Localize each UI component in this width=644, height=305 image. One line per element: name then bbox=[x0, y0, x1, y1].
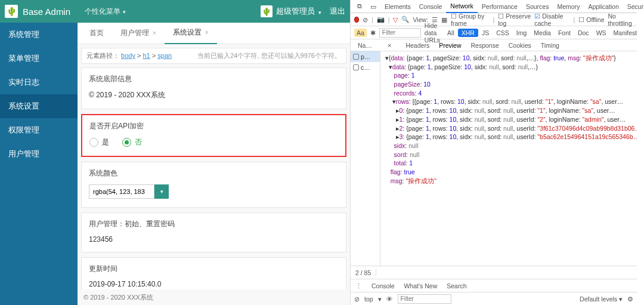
drawer-menu-icon[interactable]: ⋮ bbox=[351, 282, 367, 289]
chevron-down-icon bbox=[318, 7, 321, 16]
radio-no[interactable]: 否 bbox=[122, 137, 142, 147]
request-row[interactable]: p… bbox=[351, 51, 380, 62]
filter-type-pill[interactable]: Font bbox=[555, 29, 574, 37]
color-picker-button[interactable]: ▾ bbox=[154, 184, 169, 199]
app-window: 🌵 Base Admin 个性化菜单 🌵 超级管理员 退出 系统管理菜单管理实时… bbox=[0, 0, 351, 305]
group-by-frame-checkbox[interactable]: Group by frame bbox=[451, 13, 490, 27]
devtools-tab[interactable]: Console bbox=[415, 0, 447, 13]
drawer-tab[interactable]: Search bbox=[442, 282, 471, 289]
filter-type-pill[interactable]: CSS bbox=[493, 29, 513, 37]
section-value: © 2019 - 2020 XXX系统 bbox=[89, 90, 339, 100]
devtools-tab[interactable]: Application bbox=[584, 0, 623, 13]
section-label: 用户管理：初始、重置密码 bbox=[89, 219, 339, 229]
sidebar-item[interactable]: 用户管理 bbox=[0, 142, 78, 166]
filter-type-pill[interactable]: Media bbox=[530, 29, 555, 37]
tab[interactable]: 首页 bbox=[81, 23, 112, 44]
section-footer-info: 系统底部信息 © 2019 - 2020 XXX系统 bbox=[81, 67, 346, 109]
request-detail-tabs: Na… × HeadersPreviewResponseCookiesTimin… bbox=[351, 39, 637, 51]
offline-checkbox[interactable]: Offline bbox=[578, 16, 604, 23]
radio-icon bbox=[122, 138, 131, 147]
section-value: 2019-09-17 10:15:40.0 bbox=[89, 280, 339, 288]
console-filter-input[interactable] bbox=[398, 294, 451, 304]
request-subtab[interactable]: Cookies bbox=[504, 42, 536, 49]
char-count-hint: 当前已输入24个字符, 您还可以输入9976个字符。 bbox=[197, 51, 341, 60]
filter-type-pill[interactable]: WS bbox=[593, 29, 610, 37]
sidebar-item[interactable]: 菜单管理 bbox=[0, 47, 78, 70]
request-subtab[interactable]: Preview bbox=[434, 42, 466, 49]
sidebar-item[interactable]: 系统管理 bbox=[0, 23, 78, 47]
devtools-tab[interactable]: Elements bbox=[380, 0, 415, 13]
request-row[interactable]: c… bbox=[351, 62, 380, 73]
filter-type-pill[interactable]: XHR bbox=[458, 29, 478, 37]
request-subtab[interactable]: Timing bbox=[536, 42, 564, 49]
sidebar-item[interactable]: 权限管理 bbox=[0, 118, 78, 142]
filter-icon[interactable]: ▽ bbox=[393, 16, 398, 23]
case-sensitive-icon[interactable]: Aa bbox=[354, 29, 367, 37]
gear-icon[interactable]: ⚙ bbox=[627, 295, 633, 303]
resource-icon bbox=[353, 54, 359, 60]
close-icon[interactable]: × bbox=[205, 29, 209, 36]
drawer-tab[interactable]: Console bbox=[367, 282, 400, 289]
network-toolbar: ⊘ | 📷 | ▽ 🔍 View: ☰ ▦ Group by frame | P… bbox=[351, 13, 637, 26]
devtools-tab[interactable]: Network bbox=[446, 0, 478, 13]
search-icon[interactable]: 🔍 bbox=[401, 16, 409, 23]
close-icon[interactable]: × bbox=[383, 42, 396, 49]
path-part[interactable]: body bbox=[121, 52, 135, 59]
network-status-bar: 2 / 85 bbox=[351, 266, 637, 279]
logout-link[interactable]: 退出 bbox=[330, 6, 345, 17]
device-icon[interactable]: ▭ bbox=[366, 0, 380, 13]
app-title: Base Admin bbox=[23, 7, 70, 17]
inspect-icon[interactable]: ⧉ bbox=[353, 0, 366, 13]
network-filter-bar: Aa ✱ Hide data URLs AllXHRJSCSSImgMediaF… bbox=[351, 26, 637, 39]
response-preview[interactable]: ▾{data: {page: 1, pageSize: 10, sidx: nu… bbox=[380, 51, 637, 266]
request-subtab[interactable]: Response bbox=[466, 42, 504, 49]
request-subtab[interactable]: Headers bbox=[401, 42, 434, 49]
filter-type-pill[interactable]: Manifest bbox=[610, 29, 641, 37]
page-footer: © 2019 - 2020 XXX系统 bbox=[78, 289, 350, 305]
user-dropdown[interactable]: 🌵 超级管理员 bbox=[261, 5, 321, 17]
devtools-tabstrip: ⧉ ▭ ElementsConsoleNetworkPerformanceSou… bbox=[351, 0, 637, 13]
throttling-dropdown[interactable]: No throttling bbox=[608, 13, 633, 27]
sidebar-item[interactable]: 系统设置 bbox=[0, 94, 78, 118]
sidebar: 系统管理菜单管理实时日志系统设置权限管理用户管理 bbox=[0, 23, 78, 305]
tab[interactable]: 用户管理× bbox=[112, 23, 165, 44]
radio-yes[interactable]: 是 bbox=[89, 137, 109, 147]
close-icon[interactable]: × bbox=[153, 30, 156, 36]
section-label: 系统底部信息 bbox=[89, 74, 339, 84]
filter-type-pill[interactable]: Img bbox=[513, 29, 531, 37]
record-icon[interactable] bbox=[354, 17, 359, 23]
custom-menu-dropdown[interactable]: 个性化菜单 bbox=[85, 7, 126, 17]
section-api-encrypt: 是否开启API加密 是 否 bbox=[81, 114, 346, 157]
regex-icon[interactable]: ✱ bbox=[370, 29, 376, 36]
section-value: 123456 bbox=[89, 235, 339, 244]
sidebar-item[interactable]: 实时日志 bbox=[0, 70, 78, 94]
path-label: 元素路径： bbox=[86, 52, 119, 59]
breadcrumb-path: 元素路径： body > h1 > span 当前已输入24个字符, 您还可以输… bbox=[81, 48, 346, 64]
clear-console-icon[interactable]: ⊘ bbox=[354, 295, 360, 303]
drawer-tab[interactable]: What's New bbox=[400, 282, 442, 289]
filter-type-pill[interactable]: All bbox=[444, 29, 458, 37]
disable-cache-checkbox[interactable]: Disable cache bbox=[534, 13, 569, 27]
devtools-tab[interactable]: Sources bbox=[522, 0, 553, 13]
console-scope[interactable]: top bbox=[364, 295, 373, 303]
path-part[interactable]: span bbox=[157, 52, 172, 59]
filter-type-pill[interactable]: JS bbox=[478, 29, 493, 37]
preserve-log-checkbox[interactable]: Preserve log bbox=[498, 13, 531, 27]
top-navbar: 🌵 Base Admin 个性化菜单 🌵 超级管理员 退出 bbox=[0, 0, 350, 23]
devtools-tab[interactable]: Memory bbox=[553, 0, 584, 13]
capture-icon[interactable]: 📷 bbox=[377, 16, 385, 23]
resource-icon bbox=[353, 64, 359, 70]
devtools-tab[interactable]: Performance bbox=[478, 0, 522, 13]
clear-icon[interactable]: ⊘ bbox=[363, 16, 368, 23]
eye-icon[interactable]: 👁 bbox=[386, 295, 393, 303]
radio-label: 否 bbox=[135, 137, 142, 147]
section-label: 更新时间 bbox=[89, 264, 339, 274]
filter-type-pill[interactable]: Doc bbox=[574, 29, 593, 37]
filter-input[interactable] bbox=[379, 28, 421, 38]
view-frame-icon[interactable]: ▦ bbox=[441, 16, 447, 23]
path-part[interactable]: h1 bbox=[143, 52, 150, 59]
log-levels-dropdown[interactable]: Default levels ▾ bbox=[580, 295, 623, 303]
logo-icon: 🌵 bbox=[5, 5, 18, 18]
color-input[interactable] bbox=[89, 184, 154, 199]
tab[interactable]: 系统设置× bbox=[165, 23, 217, 44]
